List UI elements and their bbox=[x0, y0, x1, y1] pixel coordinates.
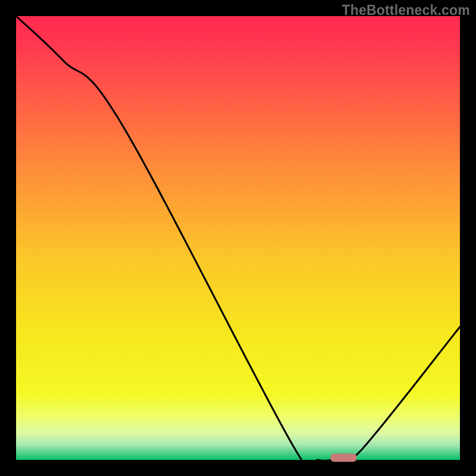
chart-marker bbox=[331, 453, 357, 462]
chart-container: TheBottleneck.com bbox=[0, 0, 476, 476]
chart-background-gradient bbox=[16, 16, 460, 460]
bottleneck-chart bbox=[0, 0, 476, 476]
watermark-label: TheBottleneck.com bbox=[342, 2, 470, 18]
